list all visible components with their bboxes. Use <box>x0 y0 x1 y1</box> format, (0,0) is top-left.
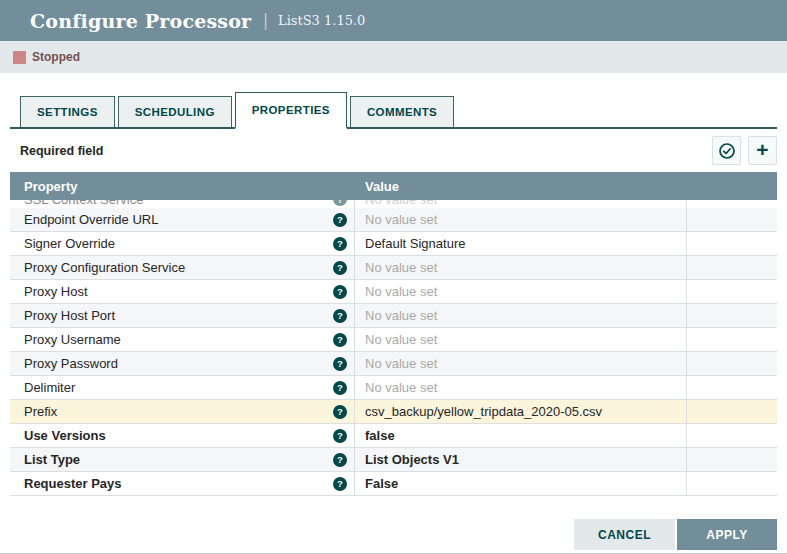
property-value: No value set <box>365 284 437 299</box>
property-value-cell[interactable]: Default Signature <box>355 232 687 255</box>
property-name: Use Versions <box>24 428 106 443</box>
property-row: Prefix?csv_backup/yellow_tripdata_2020-0… <box>10 400 777 424</box>
property-value-cell[interactable]: List Objects V1 <box>355 448 687 471</box>
property-value-cell[interactable]: No value set <box>355 200 687 208</box>
add-property-button[interactable]: + <box>748 136 777 165</box>
property-name-cell: SSL Context Service? <box>10 200 355 208</box>
tab-comments[interactable]: COMMENTS <box>350 96 454 127</box>
property-value-cell[interactable]: No value set <box>355 376 687 399</box>
tab-label: SCHEDULING <box>135 106 215 118</box>
configure-processor-dialog: Configure Processor | ListS3 1.15.0 Stop… <box>0 0 787 554</box>
property-name: List Type <box>24 452 80 467</box>
property-row: Proxy Username?No value set <box>10 328 777 352</box>
property-value-cell[interactable]: false <box>355 424 687 447</box>
property-value-cell[interactable]: False <box>355 472 687 495</box>
property-name: Endpoint Override URL <box>24 212 158 227</box>
property-value-cell[interactable]: csv_backup/yellow_tripdata_2020-05.csv <box>355 400 687 423</box>
property-name: Prefix <box>24 404 57 419</box>
help-icon[interactable]: ? <box>333 333 347 347</box>
help-icon[interactable]: ? <box>333 237 347 251</box>
property-value-cell[interactable]: No value set <box>355 328 687 351</box>
property-value-cell[interactable]: No value set <box>355 304 687 327</box>
property-name: Proxy Username <box>24 332 121 347</box>
help-icon[interactable]: ? <box>333 357 347 371</box>
property-value: No value set <box>365 260 437 275</box>
tab-bar: SETTINGSSCHEDULINGPROPERTIESCOMMENTS <box>10 92 777 129</box>
property-name: Delimiter <box>24 380 75 395</box>
help-icon[interactable]: ? <box>333 381 347 395</box>
property-value: No value set <box>365 212 437 227</box>
property-row: Signer Override?Default Signature <box>10 232 777 256</box>
property-name-cell: Proxy Host? <box>10 280 355 303</box>
toolbar-buttons: + <box>712 136 777 165</box>
property-name: Proxy Host Port <box>24 308 115 323</box>
property-row: Use Versions?false <box>10 424 777 448</box>
property-name: SSL Context Service <box>24 200 143 207</box>
dialog-footer: CANCEL APPLY <box>574 519 777 550</box>
property-name-cell: Signer Override? <box>10 232 355 255</box>
property-name-cell: Prefix? <box>10 400 355 423</box>
help-icon[interactable]: ? <box>333 405 347 419</box>
property-name-cell: Proxy Configuration Service? <box>10 256 355 279</box>
cancel-button[interactable]: CANCEL <box>574 519 675 550</box>
tab-scheduling[interactable]: SCHEDULING <box>118 96 232 127</box>
tab-settings[interactable]: SETTINGS <box>20 96 115 127</box>
property-name: Proxy Password <box>24 356 118 371</box>
property-value: No value set <box>365 380 437 395</box>
column-header-property: Property <box>10 179 355 194</box>
dialog-header: Configure Processor | ListS3 1.15.0 <box>0 0 787 41</box>
property-row: Proxy Host Port?No value set <box>10 304 777 328</box>
property-name: Requester Pays <box>24 476 122 491</box>
apply-button[interactable]: APPLY <box>677 519 777 550</box>
property-value: csv_backup/yellow_tripdata_2020-05.csv <box>365 404 602 419</box>
property-row: List Type?List Objects V1 <box>10 448 777 472</box>
verify-properties-button[interactable] <box>712 136 741 165</box>
title-divider: | <box>263 10 268 31</box>
property-value: List Objects V1 <box>365 452 459 467</box>
property-name-cell: Proxy Password? <box>10 352 355 375</box>
tab-label: COMMENTS <box>367 106 437 118</box>
help-icon[interactable]: ? <box>333 261 347 275</box>
properties-toolbar: Required field + <box>10 129 777 172</box>
help-icon[interactable]: ? <box>333 285 347 299</box>
property-value: False <box>365 476 398 491</box>
property-value: No value set <box>365 332 437 347</box>
property-value-cell[interactable]: No value set <box>355 352 687 375</box>
tab-label: SETTINGS <box>37 106 98 118</box>
scrolled-row-clip: SSL Context Service?No value set <box>10 200 777 208</box>
property-value-cell[interactable]: No value set <box>355 280 687 303</box>
help-icon[interactable]: ? <box>333 213 347 227</box>
clipped-property-row: SSL Context Service?No value set <box>10 200 777 208</box>
property-name-cell: Endpoint Override URL? <box>10 208 355 231</box>
required-field-label: Required field <box>10 144 103 158</box>
property-row: Proxy Host?No value set <box>10 280 777 304</box>
property-row: Requester Pays?False <box>10 472 777 496</box>
help-icon[interactable]: ? <box>333 200 347 206</box>
property-value: No value set <box>365 200 437 207</box>
property-row: Delimiter?No value set <box>10 376 777 400</box>
property-name-cell: Proxy Host Port? <box>10 304 355 327</box>
property-value-cell[interactable]: No value set <box>355 256 687 279</box>
help-icon[interactable]: ? <box>333 429 347 443</box>
table-body: SSL Context Service?No value setEndpoint… <box>10 200 777 496</box>
stopped-status-icon <box>13 51 26 64</box>
column-header-value: Value <box>355 179 687 194</box>
status-label: Stopped <box>32 50 80 64</box>
property-value-cell[interactable]: No value set <box>355 208 687 231</box>
help-icon[interactable]: ? <box>333 477 347 491</box>
property-row: Proxy Configuration Service?No value set <box>10 256 777 280</box>
status-bar: Stopped <box>0 41 787 73</box>
property-row: Endpoint Override URL?No value set <box>10 208 777 232</box>
help-icon[interactable]: ? <box>333 309 347 323</box>
property-name-cell: List Type? <box>10 448 355 471</box>
help-icon[interactable]: ? <box>333 453 347 467</box>
tab-label: PROPERTIES <box>252 104 330 116</box>
property-name-cell: Requester Pays? <box>10 472 355 495</box>
property-name: Proxy Configuration Service <box>24 260 185 275</box>
tab-properties[interactable]: PROPERTIES <box>235 92 347 129</box>
property-value: false <box>365 428 395 443</box>
property-name-cell: Delimiter? <box>10 376 355 399</box>
plus-icon: + <box>756 139 768 160</box>
dialog-title: Configure Processor <box>30 10 251 32</box>
property-name: Signer Override <box>24 236 115 251</box>
